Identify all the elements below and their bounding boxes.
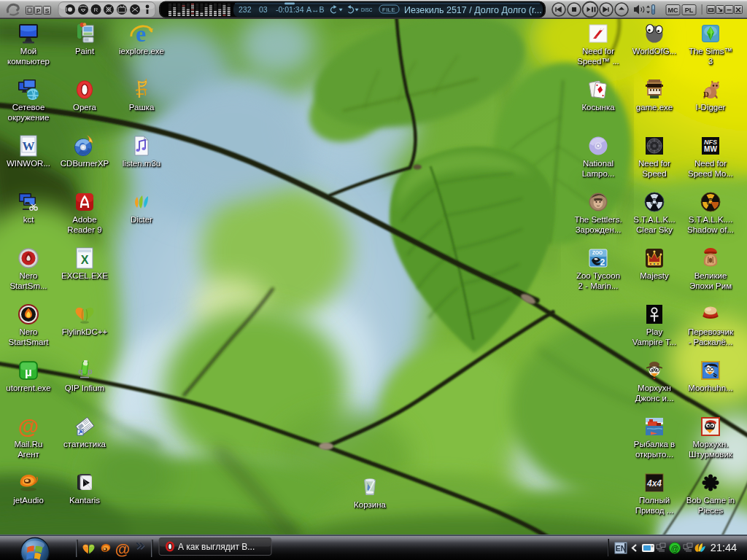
svg-text:p: p bbox=[88, 367, 93, 376]
svg-text:DISC: DISC bbox=[361, 7, 373, 12]
svg-text:X: X bbox=[81, 254, 89, 266]
svg-text:FILE: FILE bbox=[382, 7, 395, 13]
svg-text:q: q bbox=[78, 367, 83, 376]
svg-text:S: S bbox=[45, 7, 50, 15]
svg-text:PL: PL bbox=[685, 7, 694, 14]
svg-text:D: D bbox=[703, 90, 709, 98]
svg-text:03: 03 bbox=[259, 5, 268, 14]
svg-text:-0:01:34: -0:01:34 bbox=[276, 5, 304, 14]
svg-text:W: W bbox=[23, 139, 35, 153]
svg-text:R: R bbox=[94, 7, 98, 13]
svg-text:@: @ bbox=[115, 540, 130, 557]
svg-text:P: P bbox=[36, 7, 41, 15]
svg-text:232: 232 bbox=[239, 5, 252, 14]
svg-text:2: 2 bbox=[600, 257, 605, 268]
svg-text:Иезекиль 2517 / Долго Долго (r: Иезекиль 2517 / Долго Долго (r... bbox=[404, 5, 542, 15]
svg-text:@: @ bbox=[671, 544, 679, 553]
svg-text:ZOO: ZOO bbox=[592, 250, 603, 255]
svg-text:MC: MC bbox=[668, 7, 678, 14]
svg-text:MW: MW bbox=[704, 145, 717, 153]
svg-text:А как выглядит В...: А как выглядит В... bbox=[178, 542, 255, 552]
svg-text:@: @ bbox=[18, 415, 39, 438]
svg-text:A↔B: A↔B bbox=[306, 5, 325, 14]
svg-text:4x4: 4x4 bbox=[646, 478, 662, 489]
svg-text:µ: µ bbox=[25, 365, 32, 379]
svg-text:21:44: 21:44 bbox=[711, 542, 737, 553]
